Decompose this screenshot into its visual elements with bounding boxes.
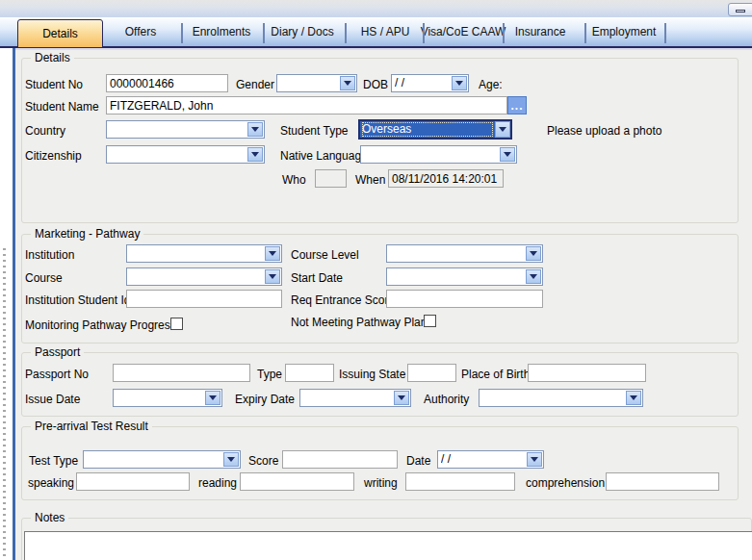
tab-enrolments[interactable]: Enrolments (193, 25, 251, 38)
form-left-border (13, 48, 15, 560)
place-of-birth-field[interactable] (528, 364, 646, 382)
tab-diary-docs[interactable]: Diary / Docs (271, 25, 333, 38)
dropdown-arrow-icon[interactable] (205, 391, 220, 405)
dropdown-arrow-icon[interactable] (247, 122, 263, 137)
dropdown-arrow-icon[interactable] (500, 147, 515, 162)
when-field (388, 169, 504, 188)
when-label: When (355, 173, 385, 187)
dropdown-arrow-icon[interactable] (223, 452, 239, 467)
student-no-field[interactable] (106, 74, 228, 92)
tab-separator (345, 23, 347, 43)
tab-details-label: Details (42, 27, 78, 40)
comprehension-label: comprehension (526, 476, 605, 490)
dropdown-arrow-icon[interactable] (626, 391, 641, 405)
course-label: Course (25, 271, 63, 285)
type-label: Type (257, 368, 282, 381)
student-details-window: Details Offers Enrolments Diary / Docs H… (0, 0, 752, 560)
notes-textarea[interactable] (24, 531, 752, 560)
dropdown-arrow-icon[interactable] (527, 452, 542, 467)
test-type-select[interactable] (83, 450, 241, 469)
writing-field[interactable] (405, 472, 515, 491)
tab-offers[interactable]: Offers (125, 25, 156, 38)
dropdown-arrow-icon[interactable] (526, 269, 541, 284)
course-select[interactable] (126, 267, 282, 286)
institution-student-id-field[interactable] (126, 290, 282, 308)
gender-select[interactable] (276, 74, 357, 92)
req-entrance-score-field[interactable] (386, 290, 543, 308)
ellipsis-icon: ... (510, 100, 523, 112)
dropdown-arrow-icon[interactable] (265, 246, 280, 261)
score-field[interactable] (282, 450, 398, 469)
browse-button[interactable]: ... (507, 96, 527, 115)
minimize-button[interactable] (728, 3, 752, 16)
institution-select[interactable] (126, 244, 282, 263)
reading-field[interactable] (240, 472, 354, 491)
native-language-select[interactable] (360, 145, 517, 164)
splitter-handle[interactable] (3, 248, 6, 560)
native-language-label: Native Language (280, 149, 368, 163)
speaking-field[interactable] (76, 472, 190, 491)
tab-employment[interactable]: Employment (592, 25, 657, 38)
dropdown-arrow-icon[interactable] (340, 76, 355, 90)
native-language-value (364, 147, 499, 162)
test-type-label: Test Type (29, 454, 78, 468)
dob-value: / / (395, 76, 451, 90)
type-field[interactable] (285, 364, 334, 382)
issue-date-select[interactable] (113, 389, 222, 407)
tab-separator (423, 23, 425, 43)
expiry-date-label: Expiry Date (235, 393, 295, 406)
expiry-date-select[interactable] (299, 389, 411, 407)
writing-label: writing (364, 476, 398, 490)
monitoring-pathway-progress-checkbox[interactable] (170, 318, 183, 330)
passport-no-label: Passport No (25, 368, 89, 381)
dob-select[interactable]: / / (391, 74, 469, 92)
course-value (130, 269, 264, 284)
issuing-state-field[interactable] (407, 364, 456, 382)
comprehension-field[interactable] (606, 472, 719, 491)
country-select[interactable] (106, 120, 265, 139)
student-type-select[interactable]: Overseas (358, 119, 512, 140)
start-date-select[interactable] (386, 267, 543, 286)
tab-hs-apu[interactable]: HS / APU (361, 25, 410, 38)
tab-strip-border-light (0, 48, 752, 50)
authority-label: Authority (424, 393, 469, 406)
age-label: Age: (479, 78, 503, 91)
authority-select[interactable] (479, 389, 643, 407)
dropdown-arrow-icon[interactable] (526, 246, 541, 261)
tab-separator (263, 23, 265, 43)
student-name-field[interactable] (106, 96, 507, 115)
passport-no-field[interactable] (113, 364, 250, 382)
score-label: Score (248, 454, 278, 468)
details-group-title: Details (31, 51, 74, 64)
not-meeting-pathway-plan-label: Not Meeting Pathway Plan (291, 316, 427, 329)
dropdown-arrow-icon[interactable] (394, 391, 409, 405)
tab-details[interactable]: Details (17, 19, 103, 48)
not-meeting-pathway-plan-checkbox[interactable] (424, 315, 436, 327)
country-label: Country (25, 124, 65, 138)
country-value (110, 122, 246, 137)
gender-label: Gender (236, 78, 274, 91)
title-bar (0, 0, 752, 17)
citizenship-value (110, 147, 246, 162)
test-date-select[interactable]: / / (437, 450, 544, 469)
dropdown-arrow-icon[interactable] (265, 269, 280, 284)
tab-visa-coe-caaw[interactable]: Visa/CoE CAAW (421, 25, 506, 38)
who-label: Who (282, 173, 306, 187)
dropdown-arrow-icon[interactable] (247, 147, 263, 162)
test-date-value: / / (441, 452, 526, 467)
tab-separator (584, 23, 586, 43)
course-level-label: Course Level (291, 248, 359, 262)
course-level-select[interactable] (386, 244, 543, 263)
expiry-date-value (303, 391, 393, 405)
gender-value (280, 76, 339, 90)
test-type-value (87, 452, 222, 467)
dropdown-arrow-icon[interactable] (452, 76, 467, 90)
institution-student-id-label: Institution Student Id (25, 293, 130, 307)
dropdown-arrow-icon[interactable] (495, 121, 510, 138)
dob-label: DOB (363, 78, 388, 91)
notes-group-title: Notes (31, 511, 68, 524)
who-field (315, 169, 347, 188)
student-type-label: Student Type (280, 124, 349, 138)
citizenship-select[interactable] (106, 145, 265, 164)
tab-insurance[interactable]: Insurance (515, 25, 566, 38)
